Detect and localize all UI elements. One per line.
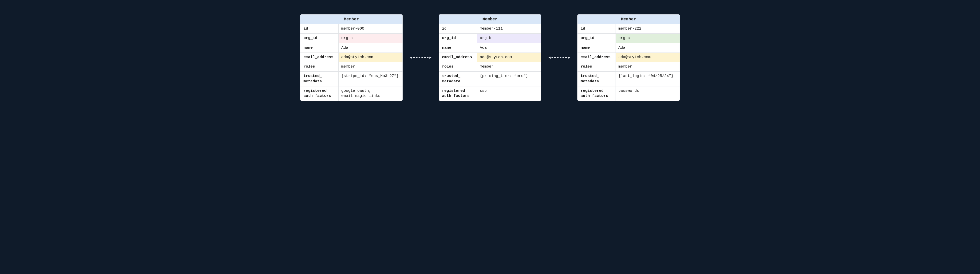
card-header: Member — [578, 14, 679, 24]
field-row-roles: roles member — [439, 62, 541, 71]
field-value: {last_login: “04/25/24”} — [616, 71, 679, 86]
field-key: roles — [439, 62, 477, 71]
field-key: registered_ auth_factors — [439, 86, 477, 101]
field-key: registered_ auth_factors — [578, 86, 616, 101]
member-card: Member id member-000 org_id org-a name A… — [300, 14, 403, 101]
field-value-email: ada@stytch.com — [616, 53, 679, 62]
field-row-org-id: org_id org-b — [439, 34, 541, 43]
field-value: Ada — [477, 43, 541, 52]
field-value-email: ada@stytch.com — [339, 53, 402, 62]
arrow-right-icon: ▶ — [430, 56, 431, 59]
field-value: Ada — [616, 43, 679, 52]
field-row-roles: roles member — [578, 62, 679, 71]
field-key: registered_ auth_factors — [301, 86, 339, 101]
field-key: trusted_ metadata — [301, 71, 339, 86]
member-card: Member id member-222 org_id org-c name A… — [577, 14, 680, 101]
field-key: roles — [578, 62, 616, 71]
field-key: email_address — [301, 53, 339, 62]
field-row-metadata: trusted_ metadata {pricing_tier: “pro”} — [439, 71, 541, 86]
field-row-metadata: trusted_ metadata {last_login: “04/25/24… — [578, 71, 679, 86]
field-row-name: name Ada — [439, 43, 541, 53]
dashed-line-icon — [413, 57, 428, 58]
field-row-auth-factors: registered_ auth_factors google_oauth, e… — [301, 86, 402, 101]
field-key: name — [439, 43, 477, 52]
field-value-email: ada@stytch.com — [477, 53, 541, 62]
field-value: member-222 — [616, 24, 679, 33]
field-value: sso — [477, 86, 541, 101]
arrow-left-icon: ◀ — [410, 56, 412, 59]
field-row-id: id member-222 — [578, 24, 679, 34]
field-value: Ada — [339, 43, 402, 52]
field-value-org-id: org-c — [616, 34, 679, 43]
field-row-name: name Ada — [301, 43, 402, 53]
field-row-id: id member-111 — [439, 24, 541, 34]
member-card: Member id member-111 org_id org-b name A… — [439, 14, 541, 101]
field-value: {stripe_id: “cus_Hm3L2Z”} — [339, 71, 402, 86]
field-key: org_id — [301, 34, 339, 43]
field-value: {pricing_tier: “pro”} — [477, 71, 541, 86]
bidirectional-connector-icon: ◀ ▶ — [549, 55, 570, 61]
field-value: google_oauth, email_magic_links — [339, 86, 402, 101]
field-key: org_id — [578, 34, 616, 43]
field-row-name: name Ada — [578, 43, 679, 53]
field-key: email_address — [578, 53, 616, 62]
field-row-id: id member-000 — [301, 24, 402, 34]
field-row-auth-factors: registered_ auth_factors sso — [439, 86, 541, 101]
field-key: roles — [301, 62, 339, 71]
field-key: id — [578, 24, 616, 33]
dashed-line-icon — [552, 57, 567, 58]
field-row-email: email_address ada@stytch.com — [578, 53, 679, 62]
card-header: Member — [301, 14, 402, 24]
field-key: trusted_ metadata — [439, 71, 477, 86]
field-value: member — [477, 62, 541, 71]
field-value: member-111 — [477, 24, 541, 33]
field-row-org-id: org_id org-a — [301, 34, 402, 43]
field-key: trusted_ metadata — [578, 71, 616, 86]
field-value: member — [339, 62, 402, 71]
diagram-stage: Member id member-000 org_id org-a name A… — [0, 0, 980, 115]
field-row-roles: roles member — [301, 62, 402, 71]
field-key: id — [301, 24, 339, 33]
field-row-metadata: trusted_ metadata {stripe_id: “cus_Hm3L2… — [301, 71, 402, 86]
field-row-email: email_address ada@stytch.com — [439, 53, 541, 62]
field-key: email_address — [439, 53, 477, 62]
field-value-org-id: org-b — [477, 34, 541, 43]
field-key: name — [578, 43, 616, 52]
field-row-email: email_address ada@stytch.com — [301, 53, 402, 62]
field-value: member-000 — [339, 24, 402, 33]
field-row-auth-factors: registered_ auth_factors passwords — [578, 86, 679, 101]
arrow-right-icon: ▶ — [568, 56, 570, 59]
field-row-org-id: org_id org-c — [578, 34, 679, 43]
arrow-left-icon: ◀ — [549, 56, 550, 59]
field-key: name — [301, 43, 339, 52]
card-header: Member — [439, 14, 541, 24]
field-value: member — [616, 62, 679, 71]
field-value: passwords — [616, 86, 679, 101]
field-key: id — [439, 24, 477, 33]
field-value-org-id: org-a — [339, 34, 402, 43]
bidirectional-connector-icon: ◀ ▶ — [410, 55, 431, 61]
field-key: org_id — [439, 34, 477, 43]
